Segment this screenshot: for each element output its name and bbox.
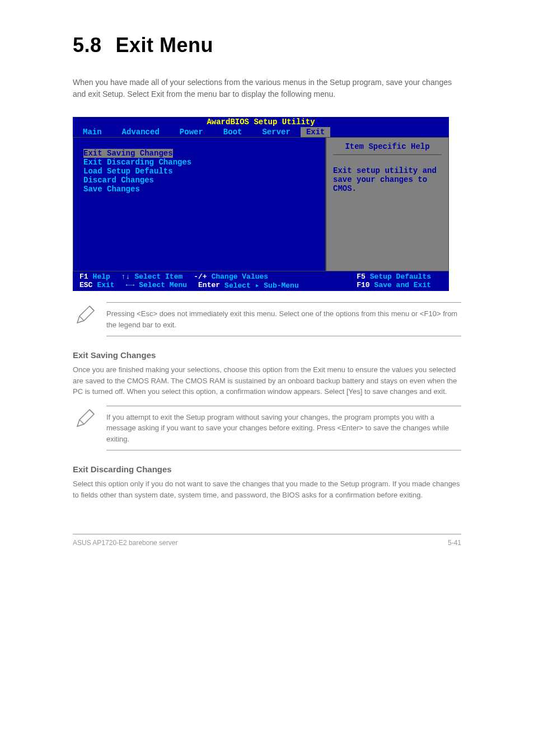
- bios-options-panel: Exit Saving Changes Exit Discarding Chan…: [73, 137, 326, 271]
- pencil-icon: [73, 406, 106, 451]
- option-discard-changes[interactable]: Discard Changes: [83, 176, 315, 185]
- note-2-text: If you attempt to exit the Setup program…: [106, 406, 461, 451]
- arrow-updown-icon: ↑↓: [121, 273, 130, 281]
- svg-line-1: [79, 316, 84, 321]
- tab-server[interactable]: Server: [252, 127, 300, 137]
- tab-power[interactable]: Power: [170, 127, 213, 137]
- bios-footer: F1 Help ↑↓ Select Item -/+ Change Values…: [73, 271, 449, 291]
- label-change-values: Change Values: [212, 273, 268, 281]
- section-name: Exit Menu: [116, 34, 214, 57]
- tab-main[interactable]: Main: [73, 127, 112, 137]
- label-exit: Exit: [97, 281, 114, 290]
- bios-screenshot: AwardBIOS Setup Utility Main Advanced Po…: [73, 117, 449, 291]
- label-setup-defaults: Setup Defaults: [370, 273, 431, 281]
- key-f1: F1: [79, 273, 88, 281]
- page-footer: ASUS AP1720-E2 barebone server 5-41: [73, 534, 461, 547]
- key-minusplus: -/+: [194, 273, 207, 281]
- option-exit-discarding[interactable]: Exit Discarding Changes: [83, 158, 315, 167]
- footer-left: ASUS AP1720-E2 barebone server: [73, 539, 177, 547]
- label-save-exit: Save and Exit: [374, 281, 431, 289]
- help-text: Exit setup utility and save your changes…: [333, 166, 442, 193]
- tab-exit[interactable]: Exit: [301, 127, 331, 137]
- exit-saving-title: Exit Saving Changes: [0, 350, 534, 360]
- note-1-text: Pressing <Esc> does not immediately exit…: [106, 302, 461, 336]
- svg-line-3: [79, 420, 84, 424]
- intro-text: When you have made all of your selection…: [0, 77, 534, 100]
- label-select-menu: Select Menu: [139, 281, 187, 290]
- exit-saving-text: Once you are finished making your select…: [0, 364, 534, 397]
- option-exit-saving[interactable]: Exit Saving Changes: [83, 149, 173, 158]
- bios-body: Exit Saving Changes Exit Discarding Chan…: [73, 137, 449, 271]
- option-save-changes[interactable]: Save Changes: [83, 185, 315, 194]
- option-load-defaults[interactable]: Load Setup Defaults: [83, 167, 315, 176]
- svg-line-2: [90, 410, 94, 414]
- key-f10: F10: [357, 281, 369, 289]
- key-f5: F5: [357, 273, 366, 281]
- page-title: 5.8Exit Menu: [0, 34, 534, 57]
- note-1: Pressing <Esc> does not immediately exit…: [73, 302, 461, 336]
- key-enter: Enter: [198, 281, 220, 290]
- exit-discarding-text: Select this option only if you do not wa…: [0, 478, 534, 500]
- bios-title-bar: AwardBIOS Setup Utility: [73, 117, 449, 127]
- bios-menu-bar: Main Advanced Power Boot Server Exit: [73, 127, 449, 137]
- svg-line-0: [90, 306, 94, 311]
- note-2: If you attempt to exit the Setup program…: [73, 406, 461, 451]
- arrow-leftright-icon: ←→: [126, 281, 135, 290]
- tab-boot[interactable]: Boot: [213, 127, 252, 137]
- key-esc: ESC: [79, 281, 92, 290]
- tab-advanced[interactable]: Advanced: [112, 127, 170, 137]
- label-select-item: Select Item: [134, 273, 182, 281]
- label-help: Help: [93, 273, 110, 281]
- footer-right: 5-41: [448, 539, 461, 547]
- pencil-icon: [73, 302, 106, 336]
- label-select-submenu: Select ▸ Sub-Menu: [224, 281, 299, 290]
- exit-discarding-title: Exit Discarding Changes: [0, 464, 534, 474]
- help-title: Item Specific Help: [333, 142, 442, 155]
- section-number: 5.8: [73, 34, 102, 57]
- bios-help-panel: Item Specific Help Exit setup utility an…: [326, 137, 449, 271]
